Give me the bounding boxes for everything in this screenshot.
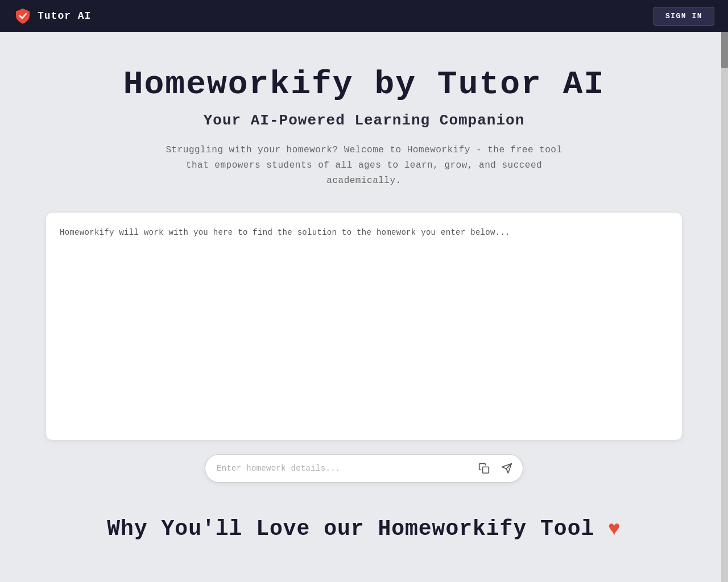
chat-container: Homeworkify will work with you here to f…	[46, 212, 682, 440]
sign-in-button[interactable]: SIGN IN	[653, 7, 714, 26]
send-button[interactable]	[498, 459, 516, 477]
hero-description: Struggling with your homework? Welcome t…	[154, 143, 574, 189]
brand[interactable]: Tutor AI	[14, 7, 91, 25]
brand-name-text: Tutor AI	[38, 10, 91, 22]
heart-icon: ♥	[608, 518, 621, 541]
hero-section: Homeworkify by Tutor AI Your AI-Powered …	[46, 66, 682, 189]
copy-icon	[478, 463, 490, 474]
navbar: Tutor AI SIGN IN	[0, 0, 728, 32]
input-bar	[205, 454, 523, 483]
scrollbar[interactable]	[721, 0, 728, 582]
main-content: Homeworkify by Tutor AI Your AI-Powered …	[23, 32, 705, 575]
copy-button[interactable]	[475, 459, 493, 477]
page-title: Homeworkify by Tutor AI	[46, 66, 682, 103]
input-bar-wrapper	[46, 454, 682, 483]
hero-subtitle: Your AI-Powered Learning Companion	[46, 112, 682, 129]
why-section: Why You'll Love our Homeworkify Tool ♥	[46, 505, 682, 552]
shield-icon	[14, 7, 32, 25]
why-title: Why You'll Love our Homeworkify Tool ♥	[46, 517, 682, 541]
homework-input[interactable]	[217, 464, 470, 473]
svg-rect-0	[483, 467, 489, 473]
send-icon	[501, 463, 512, 474]
chat-placeholder: Homeworkify will work with you here to f…	[60, 228, 510, 237]
chat-area[interactable]: Homeworkify will work with you here to f…	[46, 213, 682, 440]
